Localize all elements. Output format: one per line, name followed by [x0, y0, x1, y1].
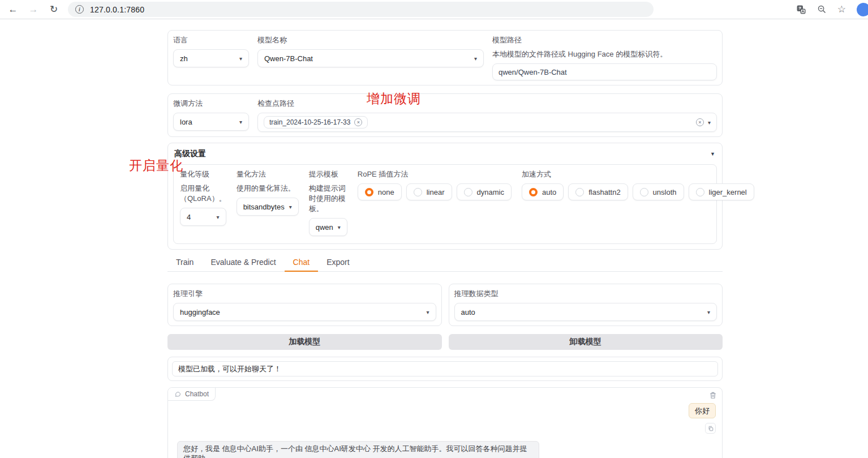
radio-icon	[414, 188, 422, 196]
finetune-method-dropdown[interactable]: lora ▾	[173, 113, 249, 131]
finetune-config-group: 微调方法 lora ▾ 检查点路径 train_2024-10-25-16-17…	[167, 93, 723, 137]
chevron-down-icon: ▾	[289, 204, 292, 210]
quant-bit-label: 量化等级	[180, 169, 226, 179]
unload-model-button[interactable]: 卸载模型	[449, 334, 723, 350]
zoom-icon[interactable]	[817, 5, 827, 14]
booster-option-label: auto	[542, 188, 556, 196]
bookmark-star-icon[interactable]: ☆	[837, 3, 846, 15]
status-textbox[interactable]: 模型已加载，可以开始聊天了！	[172, 361, 718, 376]
url-text: 127.0.0.1:7860	[90, 5, 144, 14]
site-info-icon[interactable]: i	[75, 5, 84, 14]
infer-dtype-value: auto	[461, 308, 475, 316]
booster-option-unsloth[interactable]: unsloth	[633, 183, 684, 200]
profile-avatar[interactable]	[857, 3, 868, 16]
finetune-method-field: 微调方法 lora ▾	[173, 99, 249, 131]
chevron-down-icon: ▾	[239, 119, 242, 125]
chat-message-bot: 您好，我是 信息中心AI助手，一个由 信息中心AI研发中心 开发的人工智能助手。…	[177, 441, 539, 458]
model-name-value: Qwen-7B-Chat	[264, 54, 313, 63]
booster-radio-group: auto flashattn2 unsloth liger_kernel	[522, 183, 754, 200]
template-info: 构建提示词时使用的模板。	[309, 183, 347, 214]
chatbot-label: Chatbot	[168, 388, 216, 401]
rope-option-dynamic[interactable]: dynamic	[457, 183, 512, 200]
radio-icon	[464, 188, 472, 196]
llamafactory-webui: 语言 zh ▾ 模型名称 Qwen-7B-Chat ▾ 模型路径 本地模型的文件…	[167, 30, 723, 458]
infer-engine-value: huggingface	[180, 308, 220, 316]
infer-engine-label: 推理引擎	[173, 289, 436, 299]
forward-icon[interactable]: →	[27, 0, 40, 19]
checkpoint-token: train_2024-10-25-16-17-33 ×	[264, 116, 368, 129]
finetune-method-label: 微调方法	[173, 99, 249, 109]
clear-chat-trash-icon[interactable]	[709, 391, 717, 401]
radio-selected-icon	[365, 188, 373, 196]
template-field: 提示模板 构建提示词时使用的模板。 qwen ▾	[309, 169, 347, 236]
chat-bubble-icon	[174, 391, 181, 397]
tab-train[interactable]: Train	[167, 255, 202, 271]
bot-bubble: 您好，我是 信息中心AI助手，一个由 信息中心AI研发中心 开发的人工智能助手。…	[177, 441, 539, 458]
checkpoint-path-multiselect[interactable]: train_2024-10-25-16-17-33 × × ▾	[257, 113, 717, 132]
accordion-collapse-icon[interactable]: ▼	[710, 151, 715, 157]
booster-field: 加速方式 auto flashattn2 unsloth	[522, 169, 754, 200]
booster-option-auto[interactable]: auto	[522, 183, 564, 200]
booster-option-label: flashattn2	[588, 188, 620, 196]
rope-radio-group: none linear dynamic	[358, 183, 512, 200]
clear-all-icon[interactable]: ×	[696, 118, 704, 126]
checkpoint-token-text: train_2024-10-25-16-17-33	[269, 118, 350, 126]
chevron-down-icon: ▾	[426, 309, 429, 315]
advanced-settings-header[interactable]: 高级设置 ▼	[173, 147, 717, 164]
language-value: zh	[180, 54, 188, 63]
address-bar[interactable]: i 127.0.0.1:7860	[68, 2, 654, 17]
quant-bit-field: 量化等级 启用量化（QLoRA）。 4 ▾	[180, 169, 226, 226]
rope-option-none[interactable]: none	[358, 183, 402, 200]
template-value: qwen	[316, 223, 333, 232]
rope-option-linear[interactable]: linear	[406, 183, 452, 200]
remove-token-icon[interactable]: ×	[354, 118, 362, 126]
copy-message-icon[interactable]	[705, 423, 716, 434]
model-path-info: 本地模型的文件路径或 Hugging Face 的模型标识符。	[492, 49, 717, 59]
model-path-value: qwen/Qwen-7B-Chat	[499, 68, 567, 76]
chat-message-user: 你好	[689, 403, 716, 434]
radio-icon	[575, 188, 584, 196]
reload-icon[interactable]: ↻	[48, 0, 60, 19]
booster-option-label: liger_kernel	[709, 188, 747, 196]
quant-method-value: bitsandbytes	[243, 203, 285, 211]
booster-label: 加速方式	[522, 169, 754, 179]
chat-messages: 你好 您好，我是 信息中心AI助手，一个由 信息中心AI研发中心 开发的人工智能…	[168, 388, 722, 458]
back-icon[interactable]: ←	[7, 0, 19, 19]
booster-option-label: unsloth	[653, 188, 677, 196]
infer-engine-field: 推理引擎 huggingface ▾	[167, 284, 442, 326]
rope-option-label: none	[378, 188, 394, 196]
radio-icon	[640, 188, 648, 196]
quant-bit-value: 4	[187, 213, 191, 221]
quant-method-label: 量化方法	[237, 169, 299, 179]
load-model-button[interactable]: 加载模型	[167, 334, 442, 350]
language-field: 语言 zh ▾	[173, 35, 249, 67]
advanced-settings-accordion: 高级设置 ▼ 量化等级 启用量化（QLoRA）。 4 ▾ 量化方法 使用的量化算…	[167, 143, 723, 250]
radio-icon	[696, 188, 704, 196]
inference-config-row: 推理引擎 huggingface ▾ 推理数据类型 auto ▾	[167, 284, 723, 326]
infer-dtype-dropdown[interactable]: auto ▾	[454, 303, 717, 321]
booster-option-liger-kernel[interactable]: liger_kernel	[689, 183, 754, 200]
tab-chat[interactable]: Chat	[285, 255, 319, 272]
chevron-down-icon[interactable]: ▾	[708, 119, 711, 126]
tab-export[interactable]: Export	[318, 255, 358, 271]
rope-label: RoPE 插值方法	[358, 169, 512, 179]
infer-engine-dropdown[interactable]: huggingface ▾	[173, 303, 436, 321]
rope-field: RoPE 插值方法 none linear dynamic	[358, 169, 512, 200]
language-dropdown[interactable]: zh ▾	[173, 49, 249, 67]
infer-dtype-field: 推理数据类型 auto ▾	[449, 284, 723, 326]
chevron-down-icon: ▾	[707, 309, 710, 315]
template-dropdown[interactable]: qwen ▾	[309, 218, 347, 236]
booster-option-flashattn2[interactable]: flashattn2	[568, 183, 628, 200]
model-path-input[interactable]: qwen/Qwen-7B-Chat	[492, 63, 717, 80]
quant-bit-dropdown[interactable]: 4 ▾	[180, 208, 226, 226]
browser-chrome: ← → ↻ i 127.0.0.1:7860 ☆	[0, 0, 868, 19]
translate-icon[interactable]	[796, 5, 806, 15]
advanced-settings-body: 量化等级 启用量化（QLoRA）。 4 ▾ 量化方法 使用的量化算法。 bits…	[173, 164, 717, 244]
model-name-dropdown[interactable]: Qwen-7B-Chat ▾	[257, 49, 484, 67]
model-path-label: 模型路径	[492, 35, 717, 45]
quant-method-dropdown[interactable]: bitsandbytes ▾	[237, 198, 299, 216]
chatbot-panel: Chatbot 你好 您好，我是 信息中心AI助手，一个由 信息中心AI研发中心…	[167, 387, 723, 458]
tab-evaluate-predict[interactable]: Evaluate & Predict	[202, 255, 284, 271]
status-block: 模型已加载，可以开始聊天了！	[167, 357, 723, 381]
quant-method-info: 使用的量化算法。	[237, 183, 299, 194]
